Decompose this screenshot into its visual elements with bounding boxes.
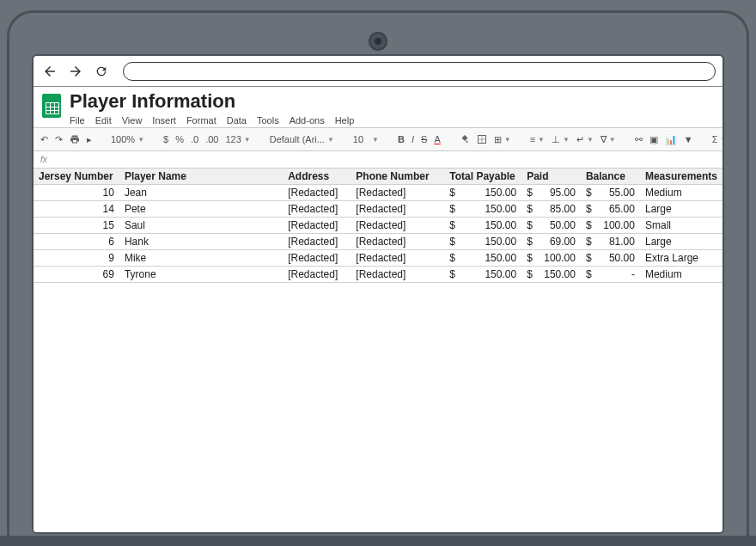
spreadsheet[interactable]: Jersey Number Player Name Address Phone … (34, 169, 722, 532)
cell-balance[interactable]: $100.00 (581, 218, 640, 234)
cell-jersey[interactable]: 6 (34, 234, 119, 250)
functions-button[interactable]: Σ▼ (712, 134, 722, 144)
reload-button[interactable] (92, 64, 111, 78)
valign-button[interactable]: ⊥▼ (552, 134, 570, 145)
cell-address[interactable]: [Redacted] (283, 218, 351, 234)
cell-total[interactable]: $150.00 (444, 250, 521, 267)
paint-format-button[interactable]: ▸ (87, 134, 92, 145)
cell-total[interactable]: $150.00 (444, 218, 521, 234)
increase-decimal-button[interactable]: .00 (205, 134, 218, 144)
header-measurements[interactable]: Measurements (640, 169, 722, 185)
header-total[interactable]: Total Payable (444, 169, 521, 185)
cell-phone[interactable]: [Redacted] (351, 218, 444, 234)
cell-measurements[interactable]: Large (640, 234, 722, 250)
cell-total[interactable]: $150.00 (444, 201, 521, 218)
cell-phone[interactable]: [Redacted] (351, 267, 444, 283)
cell-paid[interactable]: $69.00 (521, 234, 581, 250)
fill-color-button[interactable] (460, 134, 470, 144)
cell-address[interactable]: [Redacted] (283, 201, 351, 218)
cell-measurements[interactable]: Large (640, 201, 722, 218)
menu-edit[interactable]: Edit (95, 115, 112, 126)
cell-balance[interactable]: $65.00 (581, 201, 640, 218)
header-paid[interactable]: Paid (521, 169, 581, 185)
print-button[interactable] (70, 134, 80, 144)
header-name[interactable]: Player Name (119, 169, 283, 185)
redo-button[interactable]: ↷ (55, 134, 63, 145)
link-button[interactable]: ⚯ (635, 134, 643, 145)
font-size-select[interactable]: 10 (353, 134, 363, 144)
header-balance[interactable]: Balance (581, 169, 640, 185)
header-phone[interactable]: Phone Number (351, 169, 444, 185)
header-jersey[interactable]: Jersey Number (34, 169, 119, 185)
bold-button[interactable]: B (398, 134, 405, 144)
rotate-button[interactable]: ∇▼ (601, 134, 616, 145)
cell-name[interactable]: Jean (119, 185, 283, 201)
undo-button[interactable]: ↶ (40, 134, 48, 145)
cell-paid[interactable]: $50.00 (521, 218, 581, 234)
italic-button[interactable]: I (412, 134, 414, 144)
formula-bar[interactable]: fx (34, 151, 722, 169)
menu-file[interactable]: File (70, 115, 85, 126)
menu-tools[interactable]: Tools (257, 115, 279, 126)
currency-button[interactable]: $ (163, 134, 168, 144)
url-bar[interactable] (123, 62, 716, 81)
menu-format[interactable]: Format (186, 115, 216, 126)
strike-button[interactable]: S (421, 134, 427, 144)
back-button[interactable] (40, 64, 59, 79)
cell-paid[interactable]: $150.00 (521, 267, 581, 283)
chart-button[interactable]: 📊 (665, 134, 677, 145)
forward-button[interactable] (66, 64, 85, 79)
zoom-select[interactable]: 100%▼ (111, 134, 144, 144)
cell-address[interactable]: [Redacted] (283, 267, 351, 283)
cell-address[interactable]: [Redacted] (283, 250, 351, 267)
cell-jersey[interactable]: 14 (34, 201, 119, 218)
cell-paid[interactable]: $95.00 (521, 185, 581, 201)
comment-button[interactable]: ▣ (649, 134, 658, 145)
cell-balance[interactable]: $55.00 (581, 185, 640, 201)
menu-addons[interactable]: Add-ons (290, 115, 325, 126)
cell-balance[interactable]: $- (581, 267, 640, 283)
menu-view[interactable]: View (122, 115, 143, 126)
cell-name[interactable]: Mike (119, 250, 283, 267)
cell-name[interactable]: Hank (119, 234, 283, 250)
menu-data[interactable]: Data (227, 115, 247, 126)
cell-paid[interactable]: $85.00 (521, 201, 581, 218)
number-format-button[interactable]: 123▼ (225, 134, 250, 144)
cell-address[interactable]: [Redacted] (283, 185, 351, 201)
cell-address[interactable]: [Redacted] (283, 234, 351, 250)
cell-phone[interactable]: [Redacted] (351, 201, 444, 218)
cell-phone[interactable]: [Redacted] (351, 185, 444, 201)
menu-insert[interactable]: Insert (152, 115, 176, 126)
wrap-button[interactable]: ↵▼ (576, 134, 594, 145)
cell-phone[interactable]: [Redacted] (351, 234, 444, 250)
cell-jersey[interactable]: 10 (34, 185, 119, 201)
cell-measurements[interactable]: Small (640, 218, 722, 234)
cell-total[interactable]: $150.00 (444, 185, 521, 201)
cell-balance[interactable]: $50.00 (581, 250, 640, 267)
cell-measurements[interactable]: Medium (640, 185, 722, 201)
menu-help[interactable]: Help (335, 115, 355, 126)
cell-balance[interactable]: $81.00 (581, 234, 640, 250)
cell-measurements[interactable]: Extra Large (640, 250, 722, 267)
cell-phone[interactable]: [Redacted] (351, 250, 444, 267)
merge-button[interactable]: ⊞▼ (494, 134, 511, 145)
cell-jersey[interactable]: 15 (34, 218, 119, 234)
cell-jersey[interactable]: 69 (34, 267, 119, 283)
borders-button[interactable] (477, 134, 487, 144)
cell-name[interactable]: Pete (119, 201, 283, 218)
cell-total[interactable]: $150.00 (444, 267, 521, 283)
cell-total[interactable]: $150.00 (444, 234, 521, 250)
cell-paid[interactable]: $100.00 (521, 250, 581, 267)
cell-jersey[interactable]: 9 (34, 250, 119, 267)
halign-button[interactable]: ≡▼ (530, 134, 545, 144)
cell-measurements[interactable]: Medium (640, 267, 722, 283)
percent-button[interactable]: % (175, 134, 184, 144)
document-title[interactable]: Player Information (70, 90, 354, 113)
cell-name[interactable]: Saul (119, 218, 283, 234)
text-color-button[interactable]: A (434, 134, 440, 144)
cell-name[interactable]: Tyrone (119, 267, 283, 283)
filter-button[interactable]: ▼ (684, 134, 693, 144)
header-address[interactable]: Address (283, 169, 351, 185)
font-select[interactable]: Default (Ari...▼ (270, 134, 334, 144)
decrease-decimal-button[interactable]: .0 (191, 134, 198, 144)
